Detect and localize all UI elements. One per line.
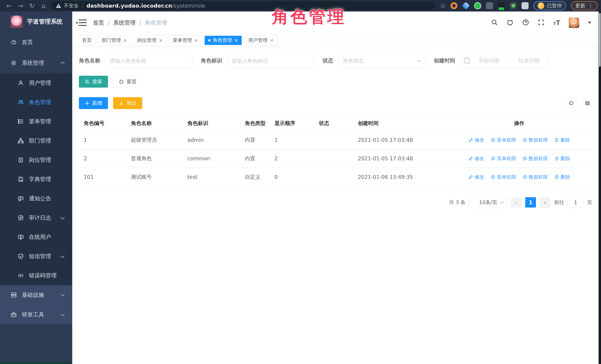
sidebar-item-role-mgmt[interactable]: 角色管理: [0, 93, 72, 112]
sidebar-item-sms-mgmt[interactable]: 短信管理: [0, 247, 72, 266]
role-name-input[interactable]: [105, 54, 192, 68]
font-size-icon[interactable]: TT: [553, 19, 560, 27]
data-permission-action[interactable]: 数据权限: [522, 155, 548, 162]
extensions-puzzle-icon[interactable]: [521, 2, 529, 9]
chevron-down-icon: [60, 254, 65, 258]
goto-page-input[interactable]: [568, 197, 583, 208]
delete-action[interactable]: 删除: [554, 174, 570, 180]
plus-icon: +: [85, 100, 90, 106]
page-scrollbar[interactable]: [599, 11, 601, 364]
page-size-select[interactable]: 10条/页: [469, 197, 507, 208]
sidebar-item-notice[interactable]: 通知公告: [0, 189, 72, 208]
close-icon[interactable]: ×: [270, 38, 274, 43]
data-permission-action[interactable]: 数据权限: [522, 174, 548, 180]
next-page-button[interactable]: ›: [540, 197, 551, 207]
avatar-caret-icon[interactable]: [588, 22, 591, 24]
scrollbar-thumb[interactable]: [599, 13, 601, 67]
browser-toolbar-right: ☆ 已暂停 更新 ⋮: [440, 1, 598, 10]
home-icon[interactable]: ⌂: [38, 2, 49, 10]
menu-permission-action[interactable]: 菜单权限: [491, 137, 516, 143]
reload-icon[interactable]: ↻: [26, 2, 38, 10]
profile-paused-pill[interactable]: 已暂停: [533, 1, 566, 10]
close-icon[interactable]: ×: [234, 38, 238, 43]
extension-icon-leaf[interactable]: [510, 2, 517, 9]
breadcrumb-system[interactable]: 系统管理: [113, 19, 136, 27]
sidebar-item-user-mgmt[interactable]: 用户管理: [0, 73, 72, 93]
breadcrumb-home[interactable]: 首页: [93, 19, 104, 27]
menu-permission-action[interactable]: 菜单权限: [491, 174, 516, 180]
sidebar-item-home[interactable]: 首页: [0, 32, 72, 53]
delete-action[interactable]: 删除: [554, 137, 570, 143]
user-avatar[interactable]: [569, 18, 579, 28]
back-icon[interactable]: ←: [3, 2, 15, 10]
sidebar-item-system[interactable]: 系统管理: [0, 53, 72, 73]
edit-action[interactable]: 修改: [468, 155, 484, 162]
post-icon: [17, 157, 24, 163]
extension-icon-green[interactable]: [474, 2, 481, 9]
close-icon[interactable]: ×: [123, 38, 127, 43]
close-icon[interactable]: ×: [159, 38, 163, 43]
role-key-input[interactable]: [227, 54, 314, 68]
tag-post[interactable]: 岗位管理 ×: [134, 36, 166, 45]
search-button[interactable]: 搜索: [79, 76, 108, 88]
sidebar-item-label: 研发工具: [22, 311, 44, 318]
column-settings-button[interactable]: [582, 98, 593, 108]
sidebar-item-infra[interactable]: 基础设施: [0, 285, 72, 305]
forward-icon[interactable]: →: [15, 2, 26, 10]
refresh-button[interactable]: [566, 98, 577, 108]
search-icon[interactable]: [491, 19, 498, 27]
col-header-actions: 操作: [445, 120, 594, 127]
browser-menu-kebab-icon[interactable]: ⋮: [588, 3, 593, 9]
tag-user[interactable]: 用户管理 ×: [245, 36, 277, 45]
url-host: dashboard.yudao.iocoder.cn: [87, 3, 172, 9]
annotation-overlay-text: 角色管理: [272, 6, 346, 28]
github-icon[interactable]: [507, 19, 514, 27]
add-button[interactable]: + 新增: [79, 97, 108, 109]
tag-dept[interactable]: 部门管理 ×: [98, 36, 131, 45]
sidebar-item-error-code[interactable]: 错误码管理: [0, 266, 72, 285]
sidebar-logo-row[interactable]: 芋道管理系统: [0, 11, 72, 32]
cell-role-name: 测试账号: [131, 174, 187, 180]
delete-action[interactable]: 删除: [554, 155, 570, 162]
data-permission-action[interactable]: 数据权限: [522, 137, 548, 143]
page-size-value: 10条/页: [479, 199, 497, 206]
bookmark-star-icon[interactable]: ☆: [440, 2, 446, 10]
close-icon[interactable]: ×: [194, 38, 198, 43]
extension-icon-dark[interactable]: [498, 2, 505, 9]
tag-home[interactable]: 首页: [79, 36, 95, 45]
chrome-update-button[interactable]: 更新 ⋮: [571, 1, 598, 10]
docs-help-icon[interactable]: [522, 19, 529, 27]
date-range-picker[interactable]: 开始日期 - 结束日期: [460, 54, 549, 68]
cell-role-id: 1: [84, 137, 131, 143]
export-button[interactable]: 导出: [113, 97, 142, 109]
tags-view-bar: 首页 部门管理 × 岗位管理 × 菜单管理 × 角色管理 ×: [72, 34, 601, 47]
breadcrumb: 首页 / 系统管理 / 角色管理: [93, 19, 167, 27]
delete-action-label: 删除: [561, 174, 570, 180]
row-actions: 修改 菜单权限 数据权限 删除: [445, 174, 594, 180]
sidebar-item-audit-log[interactable]: 审计日志: [0, 208, 72, 227]
status-select[interactable]: 角色状态: [338, 54, 425, 68]
sidebar-item-dept-mgmt[interactable]: 部门管理: [0, 131, 72, 150]
sidebar-collapse-icon[interactable]: [79, 20, 87, 26]
row-actions: 修改 菜单权限 数据权限 删除: [445, 155, 594, 162]
extension-icon-orange[interactable]: [451, 2, 458, 9]
sidebar-item-dict-mgmt[interactable]: 字典管理: [0, 170, 72, 189]
tag-menu[interactable]: 菜单管理 ×: [169, 36, 202, 45]
extension-icon-gray[interactable]: [486, 2, 493, 9]
menu-permission-action[interactable]: 菜单权限: [491, 155, 516, 162]
current-page-button[interactable]: 1: [525, 197, 536, 207]
prev-page-button[interactable]: ‹: [511, 197, 521, 207]
reset-button[interactable]: 重置: [113, 76, 142, 88]
sidebar-item-menu-mgmt[interactable]: 菜单管理: [0, 112, 72, 131]
edit-action[interactable]: 修改: [468, 174, 484, 180]
edit-action[interactable]: 修改: [468, 137, 484, 143]
chevron-down-icon: [500, 200, 504, 204]
extension-icon-gem[interactable]: [462, 2, 470, 10]
sidebar-item-post-mgmt[interactable]: 岗位管理: [0, 150, 72, 170]
sidebar-item-online-user[interactable]: 在线用户: [0, 227, 72, 247]
fullscreen-icon[interactable]: [538, 19, 545, 27]
sidebar-item-dev-tools[interactable]: 研发工具: [0, 305, 72, 324]
cell-role-id: 101: [84, 174, 131, 180]
url-bar[interactable]: 不安全 dashboard.yudao.iocoder.cn /system/r…: [51, 1, 435, 10]
tag-role-active[interactable]: 角色管理 ×: [205, 36, 242, 45]
